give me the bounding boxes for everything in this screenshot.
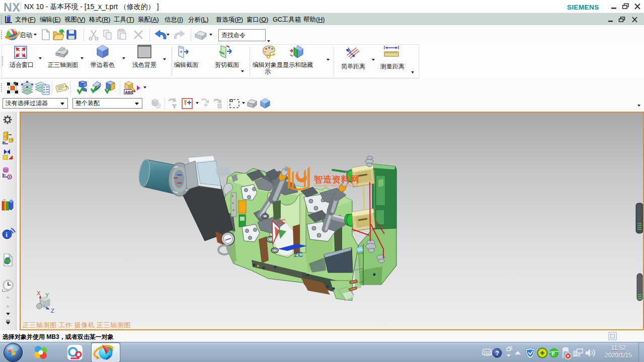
svg-text:智造资料网: 智造资料网 <box>313 174 359 185</box>
svg-text:i: i <box>6 231 8 238</box>
svg-text:?: ? <box>496 350 499 357</box>
svg-text:XC: XC <box>277 218 286 225</box>
svg-text:INTELLIGENT MANUFACTURING DATA: INTELLIGENT MANUFACTURING DATA <box>314 185 359 187</box>
svg-text:Y: Y <box>45 292 49 298</box>
svg-text:X: X <box>37 290 41 296</box>
svg-text:Z: Z <box>51 308 54 314</box>
svg-text:e: e <box>551 349 555 357</box>
svg-text:ZC: ZC <box>294 250 303 258</box>
